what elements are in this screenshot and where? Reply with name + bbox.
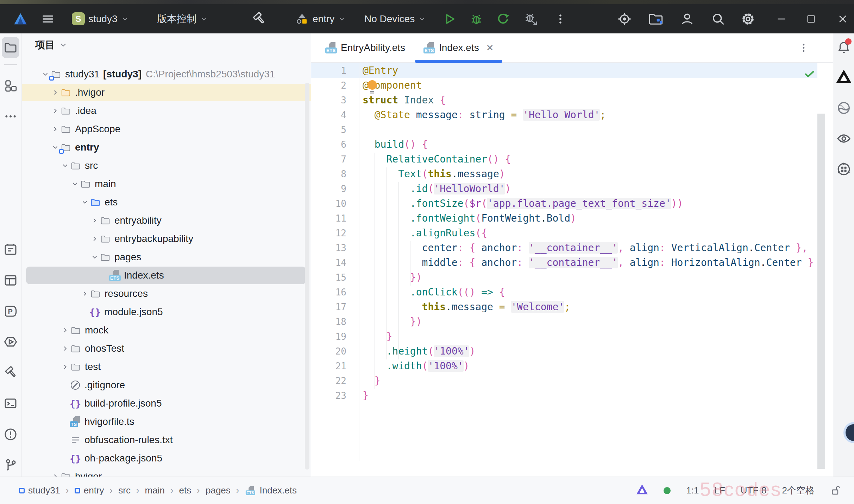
device-file-browser-button[interactable]	[648, 4, 664, 33]
tree-item-mock[interactable]: mock	[22, 321, 311, 339]
chevron-right-icon[interactable]	[60, 325, 70, 335]
tool-stripe-terminal-icon[interactable]	[0, 393, 21, 414]
settings-button[interactable]	[740, 4, 756, 33]
chevron-right-icon[interactable]	[50, 472, 60, 477]
more-run-actions-button[interactable]	[553, 4, 567, 33]
tree-item-ohostest[interactable]: ohosTest	[22, 339, 311, 358]
editor-vertical-scrollbar[interactable]	[817, 114, 825, 469]
project-panel-header[interactable]: 项目	[35, 38, 68, 52]
tool-stripe-previewer-eye-icon[interactable]	[833, 128, 854, 149]
code-line-18[interactable]: })	[363, 314, 422, 329]
chevron-down-icon[interactable]	[80, 197, 90, 207]
chevron-down-icon[interactable]	[60, 161, 70, 171]
tool-stripe-problems-icon[interactable]	[0, 424, 21, 445]
tool-stripe-device-manager-icon[interactable]	[833, 159, 854, 180]
chevron-right-icon[interactable]	[60, 362, 70, 372]
code-line-15[interactable]: })	[363, 270, 422, 285]
tool-stripe-build-hammer-icon[interactable]	[0, 362, 21, 383]
tool-stripe-todo-icon[interactable]	[0, 239, 21, 260]
tree-item-appscope[interactable]: AppScope	[22, 120, 311, 138]
chevron-right-icon[interactable]	[50, 124, 60, 134]
debug-button[interactable]	[469, 4, 484, 33]
tree-item-hvigorfile-ts[interactable]: TShvigorfile.ts	[22, 413, 311, 431]
indent-widget[interactable]: 2个空格	[782, 484, 815, 497]
tab-entryability-ets[interactable]: ETSEntryAbility.ets	[316, 33, 414, 62]
tool-stripe-ai-assistant-icon[interactable]	[833, 68, 854, 89]
vcs-widget[interactable]: 版本控制	[157, 4, 208, 33]
caret-position-widget[interactable]: 1:1	[686, 485, 699, 496]
code-line-13[interactable]: center: { anchor: '__container__', align…	[363, 241, 808, 255]
build-button[interactable]	[251, 4, 267, 33]
attach-debugger-button[interactable]	[523, 4, 539, 33]
code-line-22[interactable]: }	[363, 374, 381, 388]
tree-item-ets[interactable]: ets	[22, 193, 311, 211]
tool-stripe-structure-icon[interactable]	[0, 75, 21, 96]
code-line-21[interactable]: .width('100%')	[363, 359, 469, 374]
chevron-down-icon[interactable]	[70, 179, 80, 189]
tab-index-ets[interactable]: ETSIndex.ets✕	[414, 33, 503, 62]
target-locate-button[interactable]	[617, 4, 632, 33]
status-breadcrumb-entry[interactable]: entry	[75, 485, 104, 496]
code-line-19[interactable]: }	[363, 329, 392, 344]
tool-stripe-layout-icon[interactable]	[0, 270, 21, 291]
window-close-button[interactable]	[833, 4, 853, 33]
window-minimize-button[interactable]	[772, 4, 791, 33]
tab-options-button[interactable]	[796, 40, 812, 56]
code-line-20[interactable]: .height('100%')	[363, 344, 475, 359]
tree-item-hvigor[interactable]: hvigor	[22, 467, 311, 477]
chevron-right-icon[interactable]	[90, 216, 100, 225]
chevron-right-icon[interactable]	[80, 289, 90, 299]
tree-item-study31[interactable]: study31[study3]C:\Project\hmsb2503\study…	[22, 65, 311, 83]
account-button[interactable]	[679, 4, 695, 33]
device-selector[interactable]: No Devices	[364, 4, 426, 33]
tree-item-entrybackupability[interactable]: entrybackupability	[22, 230, 311, 248]
tree-item-resources[interactable]: resources	[22, 285, 311, 303]
rerun-button[interactable]	[496, 4, 510, 33]
inspections-ok-icon[interactable]	[803, 67, 817, 82]
search-everywhere-button[interactable]	[710, 4, 726, 33]
code-line-9[interactable]: .id('HelloWorld')	[363, 181, 511, 196]
run-button[interactable]	[442, 4, 457, 33]
code-line-1[interactable]: @Entry	[363, 63, 398, 78]
tool-stripe-project-folder-icon[interactable]	[2, 37, 19, 58]
code-line-23[interactable]: }	[363, 388, 369, 403]
tool-stripe-more-icon[interactable]	[0, 106, 21, 127]
chevron-down-icon[interactable]	[90, 252, 100, 262]
code-line-6[interactable]: build() {	[363, 137, 428, 152]
code-line-7[interactable]: RelativeContainer() {	[363, 152, 511, 167]
line-ending-widget[interactable]: LF	[715, 485, 725, 496]
chevron-down-icon[interactable]	[50, 142, 60, 152]
tree-item-pages[interactable]: pages	[22, 248, 311, 266]
project-tree-scrollbar[interactable]	[305, 83, 309, 470]
tree-item-idea[interactable]: .idea	[22, 102, 311, 120]
chevron-down-icon[interactable]	[40, 69, 50, 79]
project-switcher[interactable]: S study3	[72, 4, 129, 33]
tree-item-index-ets[interactable]: ETSIndex.ets	[22, 266, 311, 285]
tool-stripe-notifications-icon[interactable]	[833, 37, 854, 58]
status-breadcrumb-study31[interactable]: study31	[19, 485, 60, 496]
status-breadcrumb-main[interactable]: main	[145, 485, 165, 496]
ai-codegenie-icon[interactable]	[636, 485, 648, 497]
code-line-10[interactable]: .fontSize($r('app.float.page_text_font_s…	[363, 196, 683, 211]
status-breadcrumb-pages[interactable]: pages	[206, 485, 231, 496]
tree-item-oh-package-json5[interactable]: {}oh-package.json5	[22, 449, 311, 467]
code-line-3[interactable]: struct Index {	[363, 93, 446, 108]
code-line-11[interactable]: .fontWeight(FontWeight.Bold)	[363, 211, 576, 226]
encoding-widget[interactable]: UTF-8	[741, 485, 767, 496]
chevron-right-icon[interactable]	[50, 106, 60, 116]
tree-item-test[interactable]: test	[22, 358, 311, 376]
code-line-16[interactable]: .onClick(() => {	[363, 285, 505, 300]
tool-stripe-sphere-icon[interactable]	[833, 97, 854, 119]
status-breadcrumb-index-ets[interactable]: ETSIndex.ets	[245, 485, 297, 496]
tree-item-src[interactable]: src	[22, 157, 311, 175]
tree-item-build-profile-json5[interactable]: {}build-profile.json5	[22, 394, 311, 413]
tool-stripe-profiler-icon[interactable]: P	[0, 301, 21, 322]
status-breadcrumb-ets[interactable]: ets	[179, 485, 191, 496]
chevron-right-icon[interactable]	[50, 88, 60, 97]
code-editor[interactable]: 1@Entry2@Component3struct Index {4 @Stat…	[311, 63, 833, 461]
lock-open-icon[interactable]	[830, 485, 842, 497]
tree-item-entryability[interactable]: entryability	[22, 211, 311, 230]
code-line-17[interactable]: this.message = 'Welcome';	[363, 300, 570, 314]
tree-item-module-json5[interactable]: {}module.json5	[22, 303, 311, 321]
code-line-12[interactable]: .alignRules({	[363, 226, 487, 241]
